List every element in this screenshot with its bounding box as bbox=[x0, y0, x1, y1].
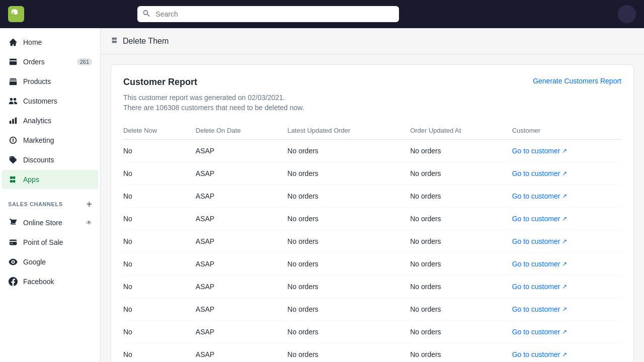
cell-customer-link[interactable]: Go to customer ↗ bbox=[512, 321, 621, 343]
home-icon bbox=[8, 37, 18, 47]
page-title: Delete Them bbox=[123, 37, 169, 46]
cell-delete-on-date: ASAP bbox=[196, 276, 288, 298]
customer-report-card: Customer Report Generate Customers Repor… bbox=[111, 64, 634, 362]
cell-delete-now: No bbox=[123, 298, 196, 321]
go-to-customer-link[interactable]: Go to customer ↗ bbox=[512, 305, 613, 313]
go-to-customer-link[interactable]: Go to customer ↗ bbox=[512, 192, 613, 200]
cell-latest-updated-order: No orders bbox=[287, 162, 410, 185]
cell-delete-on-date: ASAP bbox=[196, 185, 288, 208]
add-sales-channel-button[interactable]: + bbox=[87, 200, 92, 209]
cell-latest-updated-order: No orders bbox=[287, 253, 410, 276]
cell-customer-link[interactable]: Go to customer ↗ bbox=[512, 276, 621, 298]
cell-order-updated-at: No orders bbox=[410, 298, 512, 321]
table-row: No ASAP No orders No orders Go to custom… bbox=[123, 343, 621, 363]
cell-delete-on-date: ASAP bbox=[196, 162, 288, 185]
cell-order-updated-at: No orders bbox=[410, 185, 512, 208]
sidebar-item-pos-label: Point of Sale bbox=[23, 238, 63, 246]
sidebar-item-marketing[interactable]: Marketing bbox=[2, 131, 98, 150]
go-to-customer-link[interactable]: Go to customer ↗ bbox=[512, 328, 613, 336]
orders-icon bbox=[8, 57, 18, 67]
cell-customer-link[interactable]: Go to customer ↗ bbox=[512, 253, 621, 276]
sidebar-item-home-label: Home bbox=[23, 38, 42, 46]
sidebar-item-point-of-sale[interactable]: Point of Sale bbox=[2, 233, 98, 252]
table-row: No ASAP No orders No orders Go to custom… bbox=[123, 162, 621, 185]
sidebar-item-home[interactable]: Home bbox=[2, 33, 98, 52]
cell-latest-updated-order: No orders bbox=[287, 343, 410, 363]
products-icon bbox=[8, 76, 18, 86]
report-date: This customer report was generated on 02… bbox=[123, 94, 621, 102]
cell-customer-link[interactable]: Go to customer ↗ bbox=[512, 208, 621, 230]
cell-delete-on-date: ASAP bbox=[196, 208, 288, 230]
cell-latest-updated-order: No orders bbox=[287, 208, 410, 230]
cell-order-updated-at: No orders bbox=[410, 276, 512, 298]
external-link-icon: ↗ bbox=[562, 306, 567, 313]
search-icon bbox=[142, 10, 150, 19]
cell-customer-link[interactable]: Go to customer ↗ bbox=[512, 140, 621, 162]
external-link-icon: ↗ bbox=[562, 193, 567, 200]
sidebar-item-discounts[interactable]: Discounts bbox=[2, 150, 98, 169]
store-icon bbox=[8, 218, 18, 228]
sidebar-item-marketing-label: Marketing bbox=[23, 136, 54, 144]
sidebar-item-facebook[interactable]: Facebook bbox=[2, 272, 98, 291]
customer-report-table: Delete Now Delete On Date Latest Updated… bbox=[123, 122, 621, 362]
cell-delete-now: No bbox=[123, 230, 196, 253]
table-row: No ASAP No orders No orders Go to custom… bbox=[123, 321, 621, 343]
facebook-icon bbox=[8, 277, 18, 287]
cell-delete-on-date: ASAP bbox=[196, 343, 288, 363]
go-to-customer-link[interactable]: Go to customer ↗ bbox=[512, 147, 613, 155]
discounts-icon bbox=[8, 155, 18, 165]
go-to-customer-link[interactable]: Go to customer ↗ bbox=[512, 350, 613, 358]
cell-delete-on-date: ASAP bbox=[196, 140, 288, 162]
pos-icon bbox=[8, 237, 18, 247]
cell-customer-link[interactable]: Go to customer ↗ bbox=[512, 298, 621, 321]
sidebar-item-orders[interactable]: Orders 261 bbox=[2, 52, 98, 71]
search-input[interactable] bbox=[137, 6, 399, 22]
sidebar-item-products-label: Products bbox=[23, 77, 51, 85]
cell-latest-updated-order: No orders bbox=[287, 185, 410, 208]
table-row: No ASAP No orders No orders Go to custom… bbox=[123, 253, 621, 276]
go-to-customer-link[interactable]: Go to customer ↗ bbox=[512, 169, 613, 177]
cell-customer-link[interactable]: Go to customer ↗ bbox=[512, 185, 621, 208]
go-to-customer-link[interactable]: Go to customer ↗ bbox=[512, 260, 613, 268]
sidebar-item-google[interactable]: Google bbox=[2, 252, 98, 272]
sidebar-item-discounts-label: Discounts bbox=[23, 156, 54, 164]
cell-delete-on-date: ASAP bbox=[196, 230, 288, 253]
table-row: No ASAP No orders No orders Go to custom… bbox=[123, 208, 621, 230]
sidebar-item-apps[interactable]: Apps bbox=[2, 170, 98, 189]
shopify-logo bbox=[8, 6, 24, 22]
cell-latest-updated-order: No orders bbox=[287, 140, 410, 162]
external-link-icon: ↗ bbox=[562, 283, 567, 290]
cell-customer-link[interactable]: Go to customer ↗ bbox=[512, 162, 621, 185]
cell-delete-on-date: ASAP bbox=[196, 253, 288, 276]
cell-delete-on-date: ASAP bbox=[196, 321, 288, 343]
cell-delete-now: No bbox=[123, 253, 196, 276]
sidebar-item-analytics-label: Analytics bbox=[23, 117, 51, 125]
search-bar[interactable] bbox=[137, 6, 399, 22]
topbar bbox=[0, 0, 644, 28]
google-icon bbox=[8, 257, 18, 267]
go-to-customer-link[interactable]: Go to customer ↗ bbox=[512, 237, 613, 245]
col-delete-now: Delete Now bbox=[123, 122, 196, 140]
col-delete-on-date: Delete On Date bbox=[196, 122, 288, 140]
go-to-customer-link[interactable]: Go to customer ↗ bbox=[512, 283, 613, 291]
table-row: No ASAP No orders No orders Go to custom… bbox=[123, 185, 621, 208]
sidebar-item-customers[interactable]: Customers bbox=[2, 92, 98, 111]
external-link-icon: ↗ bbox=[562, 215, 567, 222]
go-to-customer-link[interactable]: Go to customer ↗ bbox=[512, 215, 613, 223]
cell-delete-now: No bbox=[123, 343, 196, 363]
sidebar-item-apps-label: Apps bbox=[23, 175, 39, 184]
apps-icon bbox=[8, 174, 18, 185]
customers-icon bbox=[8, 96, 18, 106]
col-latest-updated-order: Latest Updated Order bbox=[287, 122, 410, 140]
cell-order-updated-at: No orders bbox=[410, 162, 512, 185]
sidebar-item-analytics[interactable]: Analytics bbox=[2, 111, 98, 130]
cell-latest-updated-order: No orders bbox=[287, 230, 410, 253]
sidebar-item-products[interactable]: Products bbox=[2, 72, 98, 91]
sidebar-item-online-store[interactable]: Online Store 👁 bbox=[2, 213, 98, 232]
cell-customer-link[interactable]: Go to customer ↗ bbox=[512, 230, 621, 253]
generate-report-link[interactable]: Generate Customers Report bbox=[533, 77, 621, 85]
cell-delete-now: No bbox=[123, 185, 196, 208]
sidebar-item-orders-label: Orders bbox=[23, 58, 45, 66]
cell-customer-link[interactable]: Go to customer ↗ bbox=[512, 343, 621, 363]
external-link-icon: ↗ bbox=[562, 147, 567, 154]
